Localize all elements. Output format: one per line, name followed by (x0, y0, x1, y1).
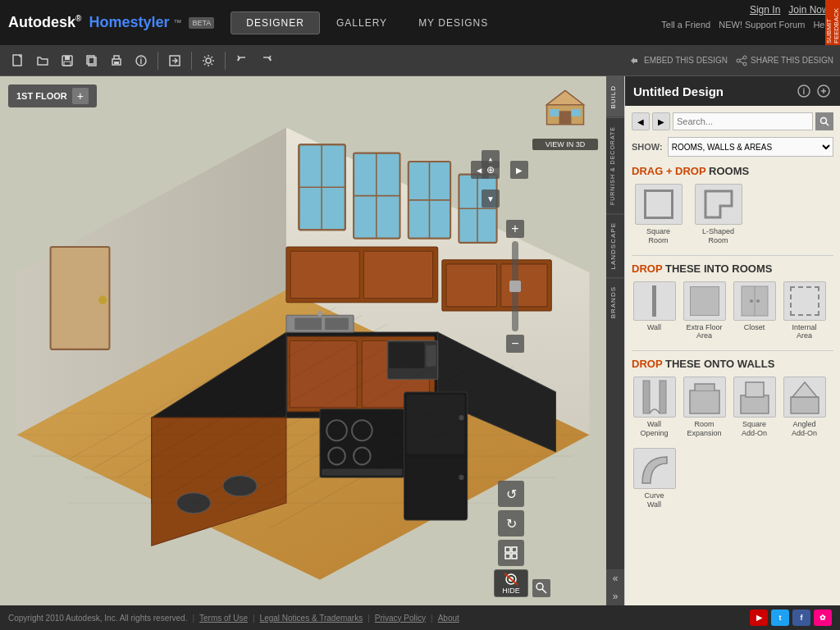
share-design-button[interactable]: SHARE THIS DESIGN (736, 55, 833, 66)
view-3d-button[interactable]: VIEW IN 3D (532, 84, 598, 150)
top-links-row: Tell a Friend NEW! Support Forum Help (661, 20, 832, 30)
vertical-tabs: BUILD FURNISH & DECORATE LANDSCAPE BRAND… (606, 76, 624, 605)
room-expansion-item[interactable]: RoomExpansion (682, 377, 727, 438)
twitter-icon[interactable]: t (771, 609, 789, 626)
closet-item[interactable]: Closet (732, 281, 777, 341)
search-back-button[interactable]: ◀ (632, 112, 650, 130)
rotate-cw-button[interactable]: ↻ (498, 510, 524, 536)
collapse-up-button[interactable]: « (606, 569, 624, 587)
hide-button[interactable]: HIDE (494, 569, 528, 597)
new-button[interactable] (7, 49, 30, 72)
footer-about[interactable]: About (438, 614, 459, 623)
drop-word-3: DROP (632, 358, 662, 370)
main-content: 1ST FLOOR + VIEW IN 3D ▲ ▼ ◀ ▶ ⊕ (0, 76, 840, 605)
zoom-fit-button[interactable] (498, 540, 524, 566)
curve-items-grid: CurveWall (632, 448, 833, 509)
collapse-down-button[interactable]: » (606, 587, 624, 605)
svg-rect-55 (407, 459, 465, 517)
search-input[interactable] (673, 112, 813, 130)
square-room-label: SquareRoom (646, 227, 670, 245)
nav-my-designs-button[interactable]: MY DESIGNS (404, 11, 503, 34)
hide-label: HIDE (502, 587, 520, 595)
search-bar: ◀ ▶ (632, 112, 833, 130)
add-floor-button[interactable]: + (72, 88, 89, 104)
zoom-controls: + − (506, 220, 524, 353)
save-button[interactable] (56, 49, 79, 72)
wall-opening-item[interactable]: WallOpening (632, 377, 677, 438)
print-button[interactable] (105, 49, 128, 72)
nav-gallery-button[interactable]: GALLERY (322, 11, 402, 34)
tab-furnish-decorate[interactable]: FURNISH & DECORATE (606, 117, 624, 213)
canvas-bottom-controls: ↺ ↻ HIDE (494, 481, 528, 597)
svg-rect-103 (643, 381, 650, 413)
zoom-out-button[interactable]: − (506, 335, 524, 353)
settings-button[interactable] (197, 49, 220, 72)
tab-build[interactable]: BUILD (606, 76, 624, 117)
pan-center-button[interactable]: ⊕ (482, 161, 500, 179)
show-select[interactable]: ROOMS, WALLS & AREAS (668, 137, 833, 157)
extra-floor-item[interactable]: Extra FloorArea (682, 281, 727, 341)
wall-item[interactable]: Wall (632, 281, 677, 341)
facebook-icon[interactable]: f (792, 609, 810, 626)
footer-terms[interactable]: Terms of Use (199, 614, 248, 623)
panel-settings-button[interactable] (815, 83, 832, 99)
zoom-search-icon[interactable] (532, 579, 550, 597)
rooms-word: ROOMS (709, 165, 749, 177)
panel-info-button[interactable]: i (796, 83, 812, 99)
zoom-in-button[interactable]: + (506, 220, 524, 238)
nav-designer-button[interactable]: DESIGNER (231, 11, 320, 34)
svg-rect-104 (660, 381, 666, 413)
pan-down-button[interactable]: ▼ (482, 189, 500, 208)
logo-trademark: ™ (173, 18, 181, 27)
tab-landscape[interactable]: LANDSCAPE (606, 213, 624, 277)
support-forum-link[interactable]: NEW! Support Forum (719, 20, 805, 30)
svg-rect-2 (65, 56, 70, 60)
footer-privacy[interactable]: Privacy Policy (375, 614, 426, 623)
search-go-button[interactable] (815, 112, 833, 130)
svg-rect-88 (512, 554, 517, 559)
svg-point-102 (756, 299, 760, 303)
sign-in-link[interactable]: Sign In (750, 4, 780, 16)
tell-friend-link[interactable]: Tell a Friend (661, 20, 710, 30)
svg-rect-34 (290, 251, 359, 298)
logo-area: Autodesk® Homestyler ™ BETA (8, 14, 214, 31)
divider-1 (632, 255, 833, 256)
top-right-area: Sign In Join Now! Tell a Friend NEW! Sup… (661, 0, 832, 30)
square-room-item[interactable]: SquareRoom (632, 184, 685, 245)
pan-right-button[interactable]: ▶ (510, 161, 528, 179)
curve-wall-item[interactable]: CurveWall (632, 448, 677, 509)
drop-word-2: DROP (632, 262, 662, 275)
copy-button[interactable] (80, 49, 103, 72)
rotate-ccw-button[interactable]: ↺ (498, 481, 524, 507)
l-shaped-room-item[interactable]: L-ShapedRoom (692, 184, 745, 245)
info-button[interactable]: i (130, 49, 153, 72)
svg-rect-108 (791, 397, 819, 413)
square-addon-item[interactable]: SquareAdd-On (732, 377, 777, 438)
footer-legal[interactable]: Legal Notices & Trademarks (260, 614, 363, 623)
design-title: Untitled Design (633, 84, 724, 98)
embed-design-button[interactable]: EMBED THIS DESIGN (629, 55, 728, 66)
internal-area-item[interactable]: InternalArea (782, 281, 827, 341)
room-expansion-label: RoomExpansion (687, 420, 721, 438)
zoom-slider-thumb[interactable] (509, 281, 521, 292)
svg-rect-84 (572, 109, 581, 116)
flickr-icon[interactable]: ✿ (814, 609, 832, 626)
redo-button[interactable] (255, 49, 278, 72)
divider-2 (632, 350, 833, 351)
undo-button[interactable] (231, 49, 253, 72)
angled-addon-item[interactable]: AngledAdd-On (782, 377, 827, 438)
l-shaped-room-icon (695, 184, 742, 225)
search-forward-button[interactable]: ▶ (652, 112, 670, 130)
share-button[interactable] (163, 49, 186, 72)
open-button[interactable] (31, 49, 54, 72)
feedback-tab[interactable]: SUBMIT FEEDBACK (825, 0, 840, 45)
tab-brands[interactable]: BRANDS (606, 277, 624, 326)
right-panel: Untitled Design i ◀ ▶ (624, 76, 840, 605)
footer-social: ▶ t f ✿ (750, 609, 832, 626)
youtube-icon[interactable]: ▶ (750, 609, 768, 626)
square-room-icon (635, 184, 682, 225)
wall-label: Wall (647, 323, 661, 332)
canvas-area[interactable]: 1ST FLOOR + VIEW IN 3D ▲ ▼ ◀ ▶ ⊕ (0, 76, 606, 605)
svg-point-101 (750, 299, 753, 303)
svg-point-13 (737, 59, 740, 62)
